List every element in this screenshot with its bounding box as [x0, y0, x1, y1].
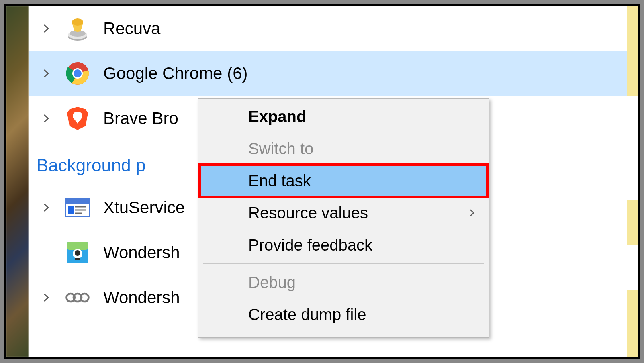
window-app-icon — [65, 195, 90, 220]
menu-resource-values[interactable]: Resource values — [200, 197, 487, 229]
menu-item-label: Provide feedback — [248, 236, 372, 254]
process-label: XtuService — [103, 198, 185, 217]
process-row-chrome[interactable]: Google Chrome (6) — [29, 51, 627, 96]
svg-rect-9 — [68, 206, 74, 214]
process-label: Google Chrome (6) — [103, 64, 247, 83]
chevron-right-icon — [40, 22, 53, 35]
chevron-right-icon — [40, 291, 53, 304]
menu-debug: Debug — [200, 266, 487, 298]
svg-rect-17 — [75, 258, 80, 260]
chevron-right-icon — [468, 209, 476, 217]
process-label: Brave Bro — [103, 109, 178, 128]
menu-end-task[interactable]: End task — [200, 165, 487, 197]
recuva-icon — [65, 16, 90, 41]
menu-item-label: Switch to — [248, 140, 313, 158]
menu-item-label: Expand — [248, 108, 306, 126]
brave-icon — [65, 106, 90, 131]
task-manager-panel: Recuva Google Chrome (6) — [4, 4, 640, 359]
svg-point-6 — [74, 69, 82, 77]
menu-separator — [203, 333, 484, 333]
process-label: Recuva — [103, 19, 160, 38]
process-row-recuva[interactable]: Recuva — [29, 6, 627, 51]
svg-rect-14 — [67, 242, 88, 250]
process-context-menu: Expand Switch to End task Resource value… — [198, 98, 489, 338]
wondershare-icon — [65, 240, 90, 265]
menu-switch-to: Switch to — [200, 133, 487, 165]
menu-create-dump[interactable]: Create dump file — [200, 298, 487, 330]
menu-item-label: Create dump file — [248, 306, 366, 324]
menu-item-label: End task — [248, 172, 311, 190]
menu-item-label: Debug — [248, 273, 296, 292]
desktop-background-sliver — [6, 6, 29, 357]
chevron-right-icon — [40, 112, 53, 125]
right-accent-column — [627, 6, 638, 357]
svg-point-3 — [72, 18, 83, 26]
process-label: Wondersh — [103, 243, 180, 262]
chrome-icon — [65, 61, 90, 86]
svg-rect-8 — [65, 199, 90, 204]
menu-separator — [203, 263, 484, 264]
wondershare-rings-icon — [65, 285, 90, 310]
chevron-right-icon — [40, 201, 53, 214]
svg-point-16 — [75, 250, 80, 256]
menu-provide-feedback[interactable]: Provide feedback — [200, 229, 487, 261]
menu-item-label: Resource values — [248, 204, 368, 222]
process-label: Wondersh — [103, 288, 180, 307]
menu-expand[interactable]: Expand — [200, 100, 487, 133]
chevron-right-icon — [40, 67, 53, 80]
